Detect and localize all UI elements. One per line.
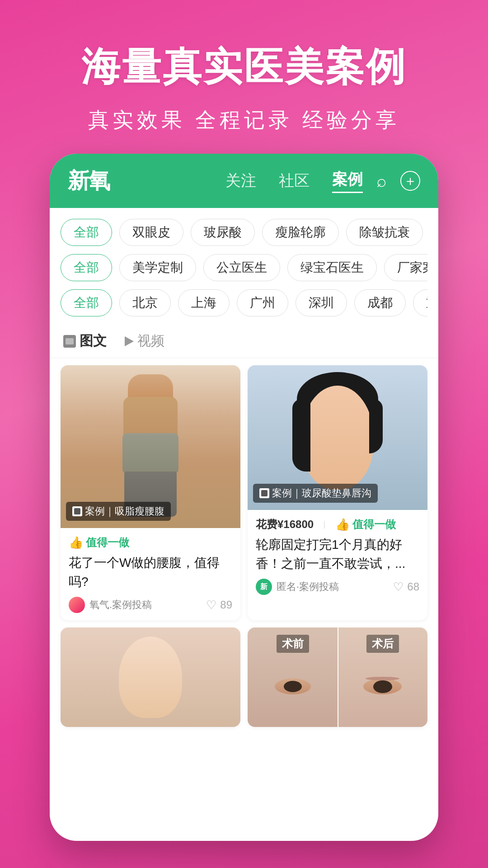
hero-title: 海量真实医美案例 <box>0 0 488 94</box>
heart-icon-2: ♡ <box>393 580 404 594</box>
divider-line <box>338 627 338 727</box>
card-2-footer: 新 匿名·案例投稿 ♡ 68 <box>256 579 419 595</box>
card-2-body: 花费¥16800 ｜ 👍 值得一做 轮廓固定打完1个月真的好香！之前一直不敢尝试… <box>248 510 427 602</box>
card-2-author: 新 匿名·案例投稿 <box>256 579 339 595</box>
nav-item-cases[interactable]: 案例 <box>332 169 363 193</box>
filter-chip-chongqing[interactable]: 重庆 <box>413 289 427 316</box>
worth-badge-2: 👍 值得一做 <box>335 517 396 532</box>
before-after-container: 术前 术后 <box>248 627 427 727</box>
nav-icons: ⌕ ＋ <box>376 171 420 191</box>
content-tabs: 图文 视频 <box>50 325 438 358</box>
filter-chip-public-doctor[interactable]: 公立医生 <box>203 254 280 281</box>
filter-chip-double-eyelid[interactable]: 双眼皮 <box>119 219 183 246</box>
card-1[interactable]: 案例｜吸脂瘦腰腹 👍 值得一做 花了一个W做的腰腹，值得吗? 氧气.案例投稿 <box>61 365 240 620</box>
card-1-footer: 氧气.案例投稿 ♡ 89 <box>69 597 232 613</box>
app-nav: 关注 社区 案例 <box>225 169 363 193</box>
card-3[interactable] <box>61 627 240 727</box>
after-label: 术后 <box>366 635 399 653</box>
filter-chip-beijing[interactable]: 北京 <box>119 289 171 316</box>
filter-row-2: 全部 美学定制 公立医生 绿宝石医生 厂家案例 <box>61 254 427 281</box>
xinyang-logo: 新 <box>260 582 267 592</box>
filter-row-1: 全部 双眼皮 玻尿酸 瘦脸轮廓 除皱抗衰 除 <box>61 219 427 246</box>
filter-chip-aesthetic[interactable]: 美学定制 <box>119 254 196 281</box>
card-1-likes[interactable]: ♡ 89 <box>206 598 232 612</box>
card-2-title: 轮廓固定打完1个月真的好香！之前一直不敢尝试，... <box>256 535 419 573</box>
card-2-label: 案例｜玻尿酸垫鼻唇沟 <box>253 484 378 503</box>
author-avatar-2: 新 <box>256 579 272 595</box>
filter-section: 全部 双眼皮 玻尿酸 瘦脸轮廓 除皱抗衰 除 全部 美学定制 公立医生 绿宝石医… <box>50 208 438 316</box>
card-4-before-after[interactable]: 术前 术后 <box>248 627 427 727</box>
case-icon-2 <box>259 488 269 498</box>
filter-chip-shenzhen[interactable]: 深圳 <box>296 289 347 316</box>
app-header: 新氧 关注 社区 案例 ⌕ ＋ <box>50 154 438 208</box>
card-3-image <box>61 627 240 727</box>
card-2-likes[interactable]: ♡ 68 <box>393 580 419 594</box>
card-2[interactable]: 案例｜玻尿酸垫鼻唇沟 花费¥16800 ｜ 👍 值得一做 轮廓固定打完1个月真的… <box>248 365 427 620</box>
nav-item-community[interactable]: 社区 <box>279 170 310 191</box>
search-icon[interactable]: ⌕ <box>376 171 387 191</box>
card-1-body: 👍 值得一做 花了一个W做的腰腹，值得吗? 氧气.案例投稿 ♡ 89 <box>61 528 240 620</box>
hero-subtitle: 真实效果 全程记录 经验分享 <box>0 106 488 134</box>
worth-badge-1: 👍 值得一做 <box>69 535 129 550</box>
play-icon <box>125 336 134 346</box>
before-section: 术前 <box>248 627 338 727</box>
filter-chip-shanghai[interactable]: 上海 <box>178 289 230 316</box>
phone-frame: 新氧 关注 社区 案例 ⌕ ＋ 全部 双眼皮 玻尿酸 瘦脸轮廓 除皱抗衰 除 全… <box>50 154 438 841</box>
filter-chip-jade-doctor[interactable]: 绿宝石医生 <box>287 254 377 281</box>
filter-chip-guangzhou[interactable]: 广州 <box>237 289 288 316</box>
filter-chip-manufacturer[interactable]: 厂家案例 <box>384 254 427 281</box>
card-2-image: 案例｜玻尿酸垫鼻唇沟 <box>248 365 427 510</box>
app-logo: 新氧 <box>68 166 109 195</box>
add-icon[interactable]: ＋ <box>400 171 420 191</box>
filter-chip-chengdu[interactable]: 成都 <box>354 289 406 316</box>
filter-chip-slim-face[interactable]: 瘦脸轮廓 <box>262 219 339 246</box>
card-1-title: 花了一个W做的腰腹，值得吗? <box>69 553 232 591</box>
card-1-image: 案例｜吸脂瘦腰腹 <box>61 365 240 528</box>
case-icon <box>72 506 82 516</box>
filter-all-2[interactable]: 全部 <box>61 254 112 281</box>
card-1-author: 氧气.案例投稿 <box>69 597 152 613</box>
filter-chip-anti-aging[interactable]: 除皱抗衰 <box>346 219 423 246</box>
thumbup-icon-2: 👍 <box>335 518 350 532</box>
tab-graphic[interactable]: 图文 <box>63 332 107 350</box>
heart-icon-1: ♡ <box>206 598 216 612</box>
author-avatar-1 <box>69 597 85 613</box>
nav-item-follow[interactable]: 关注 <box>225 170 256 191</box>
filter-chip-hyaluronic[interactable]: 玻尿酸 <box>191 219 255 246</box>
graphic-icon <box>63 335 76 348</box>
filter-all-3[interactable]: 全部 <box>61 289 112 316</box>
filter-row-3: 全部 北京 上海 广州 深圳 成都 重庆 <box>61 289 427 316</box>
thumbup-icon-1: 👍 <box>69 536 83 550</box>
content-grid: 案例｜吸脂瘦腰腹 👍 值得一做 花了一个W做的腰腹，值得吗? 氧气.案例投稿 <box>50 358 438 734</box>
after-section: 术后 <box>338 627 427 727</box>
card-2-price: 花费¥16800 <box>256 517 314 532</box>
tab-video[interactable]: 视频 <box>125 332 164 350</box>
filter-all-1[interactable]: 全部 <box>61 219 112 246</box>
before-label: 术前 <box>277 635 309 653</box>
hero-section: 海量真实医美案例 真实效果 全程记录 经验分享 <box>0 0 488 134</box>
card-1-label: 案例｜吸脂瘦腰腹 <box>66 502 171 521</box>
